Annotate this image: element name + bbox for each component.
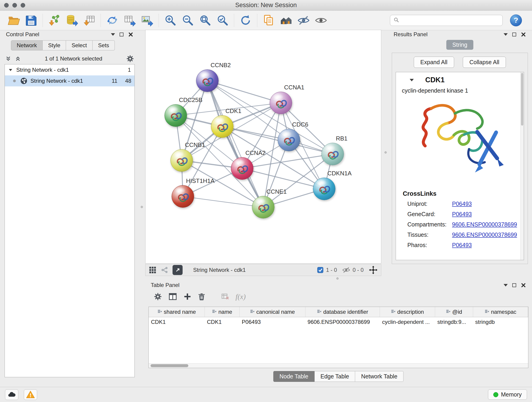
crosslink-link[interactable]: P06493	[452, 201, 472, 207]
gear-icon[interactable]	[126, 55, 134, 63]
documents-icon[interactable]	[260, 12, 278, 29]
sort-icon[interactable]	[446, 309, 450, 315]
column-header[interactable]: name	[205, 307, 239, 317]
column-header[interactable]: shared name	[149, 307, 205, 317]
splitter-handle[interactable]	[385, 151, 387, 153]
open-session-icon[interactable]	[5, 12, 22, 29]
search-input[interactable]	[402, 17, 499, 24]
section-expander-icon[interactable]	[410, 79, 414, 81]
maximize-window-button[interactable]	[21, 3, 25, 7]
share-network-icon[interactable]	[161, 266, 168, 274]
vertical-scrollbar[interactable]	[520, 72, 524, 260]
column-header[interactable]: database identifier	[305, 307, 380, 317]
hidden-eye-slash-icon[interactable]	[342, 266, 350, 274]
network-node-ccna1[interactable]	[270, 92, 292, 114]
collapse-all-icon[interactable]	[5, 56, 12, 62]
crosslink-link[interactable]: 9606.ENSP00000378699	[452, 231, 517, 238]
crosslink-link[interactable]: P06493	[452, 211, 472, 217]
network-node-hist1h1a[interactable]	[172, 185, 194, 208]
expand-all-icon[interactable]	[15, 56, 21, 62]
horizontal-scrollbar[interactable]	[149, 363, 528, 368]
refresh-icon[interactable]	[237, 12, 254, 29]
network-arrows-icon[interactable]	[104, 12, 121, 29]
column-header[interactable]: description	[380, 307, 435, 317]
column-header[interactable]: canonical name	[239, 307, 305, 317]
tab-style[interactable]: Style	[43, 40, 66, 51]
zoom-fit-icon[interactable]	[196, 12, 214, 29]
sort-icon[interactable]	[391, 309, 395, 315]
tab-sets[interactable]: Sets	[93, 40, 115, 51]
network-node-cdc6[interactable]	[278, 129, 300, 151]
network-node-cdc25b[interactable]	[165, 104, 187, 127]
homes-icon[interactable]	[278, 12, 295, 29]
network-node-ccne1[interactable]	[252, 196, 274, 218]
grid-view-icon[interactable]	[149, 266, 157, 274]
float-panel-icon[interactable]	[512, 283, 516, 287]
network-node-cdk1[interactable]	[211, 115, 234, 138]
selected-checkbox-icon[interactable]	[317, 267, 324, 274]
splitter-handle[interactable]	[336, 277, 339, 280]
network-collection-row[interactable]: String Network - cdk1 1	[5, 64, 134, 75]
collapse-all-button[interactable]: Collapse All	[463, 57, 506, 68]
column-header[interactable]: @id	[435, 307, 473, 317]
sort-icon[interactable]	[250, 309, 254, 315]
add-column-icon[interactable]	[183, 293, 191, 301]
table-row[interactable]: CDK1CDK1P064939606.ENSP00000378699cyclin…	[149, 317, 528, 327]
export-image-icon[interactable]	[138, 12, 156, 29]
eye-icon[interactable]	[312, 12, 330, 29]
pan-move-icon[interactable]	[369, 265, 378, 274]
float-panel-icon[interactable]	[512, 32, 516, 36]
export-table-icon[interactable]	[121, 12, 138, 29]
tab-select[interactable]: Select	[66, 40, 93, 51]
network-node-ccnb2[interactable]	[196, 70, 219, 92]
save-session-icon[interactable]	[22, 12, 40, 29]
crosslink-row: Tissues:9606.ENSP00000378699	[396, 230, 524, 240]
sort-icon[interactable]	[157, 309, 162, 315]
eye-slash-icon[interactable]	[295, 12, 312, 29]
network-node-ccna2[interactable]	[231, 157, 253, 180]
crosslink-link[interactable]: P06493	[452, 242, 472, 249]
close-window-button[interactable]	[4, 3, 9, 7]
columns-icon[interactable]	[168, 292, 177, 301]
expander-icon[interactable]	[9, 69, 12, 71]
delete-column-icon[interactable]	[197, 293, 206, 301]
expand-all-button[interactable]: Expand All	[414, 57, 454, 68]
birdseye-view-icon[interactable]	[172, 265, 183, 275]
collapse-panel-icon[interactable]	[111, 33, 115, 36]
import-table-icon[interactable]	[80, 12, 98, 29]
network-node-cdkn1a[interactable]	[313, 178, 336, 200]
close-panel-icon[interactable]	[521, 283, 526, 288]
help-icon[interactable]: ?	[510, 14, 522, 26]
column-header[interactable]: namespac	[473, 307, 528, 317]
tab-network-table[interactable]: Network Table	[355, 371, 404, 382]
import-network-file-icon[interactable]	[46, 12, 63, 29]
cloud-icon[interactable]	[5, 389, 18, 400]
network-row-selected[interactable]: String Network - cdk1 11 48	[5, 75, 134, 86]
close-panel-icon[interactable]	[521, 32, 526, 37]
sort-icon[interactable]	[317, 309, 322, 315]
network-node-ccnb1[interactable]	[171, 149, 193, 172]
tab-edge-table[interactable]: Edge Table	[315, 371, 355, 382]
zoom-out-icon[interactable]	[179, 12, 196, 29]
sort-icon[interactable]	[485, 309, 489, 315]
minimize-window-button[interactable]	[12, 3, 17, 7]
sort-icon[interactable]	[212, 309, 216, 315]
warning-icon[interactable]	[24, 389, 37, 400]
network-view[interactable]: CCNB2CCNA1CDC25BCDK1CDC6RB1CCNB1CCNA2CDK…	[145, 30, 381, 264]
crosslink-link[interactable]: 9606.ENSP00000378699	[452, 221, 517, 228]
tab-node-table[interactable]: Node Table	[273, 371, 315, 382]
memory-button[interactable]: Memory	[488, 389, 527, 400]
import-network-database-icon[interactable]	[63, 12, 80, 29]
float-panel-icon[interactable]	[120, 32, 123, 36]
collapse-panel-icon[interactable]	[504, 33, 508, 36]
collapse-panel-icon[interactable]	[504, 284, 508, 287]
tab-string[interactable]: String	[446, 40, 473, 50]
zoom-selected-icon[interactable]	[214, 12, 231, 29]
zoom-in-icon[interactable]	[162, 12, 179, 29]
network-node-rb1[interactable]	[322, 143, 344, 165]
tab-network[interactable]: Network	[11, 40, 43, 51]
network-canvas[interactable]: CCNB2CCNA1CDC25BCDK1CDC6RB1CCNB1CCNA2CDK…	[146, 30, 381, 263]
gear-icon[interactable]	[153, 292, 162, 301]
splitter-handle[interactable]	[141, 206, 143, 208]
close-panel-icon[interactable]	[128, 32, 133, 37]
